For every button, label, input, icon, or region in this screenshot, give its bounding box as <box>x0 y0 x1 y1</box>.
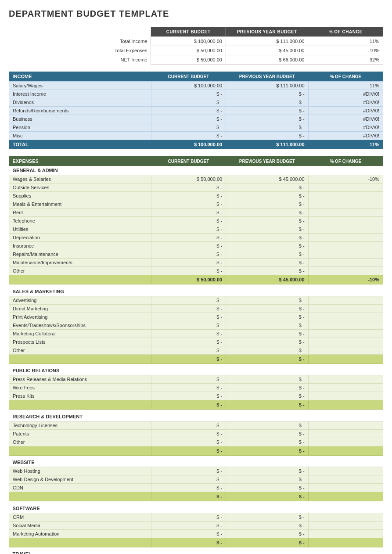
expense-row-label: CRM <box>9 513 151 521</box>
expense-row-previous: $ - <box>226 225 308 234</box>
income-row-previous: $ - <box>226 115 308 123</box>
expense-row-current: $ - <box>151 429 226 438</box>
expenses-col3: % OF CHANGE <box>308 156 383 166</box>
income-row-change: 11% <box>308 82 383 90</box>
income-row-label: Interest Income <box>9 90 151 98</box>
expense-row-previous: $ - <box>226 267 308 275</box>
expense-row-previous: $ - <box>226 384 308 392</box>
expense-row-change <box>308 250 383 259</box>
expense-row-label: Telephone <box>9 217 151 225</box>
expense-row-current: $ - <box>151 475 226 484</box>
expense-row-change <box>308 234 383 242</box>
expense-row-change <box>308 200 383 209</box>
expense-row-label: Direct Marketing <box>9 304 151 313</box>
income-row-label: Salary/Wages <box>9 82 151 90</box>
expense-subtotal-change: -10% <box>308 275 383 284</box>
income-row: Pension $ - $ - #DIV/0! <box>9 123 383 132</box>
income-row-change: #DIV/0! <box>308 107 383 115</box>
expense-subtotal-previous: $ - <box>226 492 308 501</box>
expense-row-label: Other <box>9 267 151 275</box>
expenses-table: EXPENSES CURRENT BUDGET PREVIOUS YEAR BU… <box>9 156 383 554</box>
expense-subtotal-previous: $ 45,000.00 <box>226 275 308 284</box>
income-row-change: #DIV/0! <box>308 98 383 107</box>
expense-row-previous: $ - <box>226 259 308 267</box>
expenses-subsection-header: PUBLIC RELATIONS <box>9 366 383 375</box>
expenses-section-label: EXPENSES <box>9 156 151 166</box>
expense-row: Telephone $ - $ - <box>9 217 383 225</box>
income-row: Salary/Wages $ 100,000.00 $ 111,000.00 1… <box>9 82 383 90</box>
expense-row: Technology Licenses $ - $ - <box>9 421 383 429</box>
expense-row-previous: $ - <box>226 392 308 400</box>
expense-row: Other $ - $ - <box>9 346 383 354</box>
expense-row-current: $ - <box>151 234 226 242</box>
expense-row-label: Advertising <box>9 296 151 304</box>
expenses-col2: PREVIOUS YEAR BUDGET <box>226 156 308 166</box>
expense-row-current: $ - <box>151 250 226 259</box>
expenses-subsection-header: SALES & MARKETING <box>9 287 383 296</box>
expense-row-label: Repairs/Maintenance <box>9 250 151 259</box>
summary-col-current: CURRENT BUDGET <box>151 27 226 37</box>
income-total-row: TOTAL $ 100,000.00 $ 111,000.00 11% <box>9 140 383 149</box>
expense-row: Wages & Salaries $ 50,000.00 $ 45,000.00… <box>9 175 383 183</box>
expense-row-current: $ - <box>151 183 226 192</box>
income-row-label: Pension <box>9 123 151 132</box>
expense-row-previous: $ - <box>226 438 308 446</box>
expense-row-label: Depreciation <box>9 234 151 242</box>
summary-row-income: Total Income $ 100,000.00 $ 111,000.00 1… <box>9 37 383 46</box>
expense-row: Supplies $ - $ - <box>9 192 383 200</box>
expense-subtotal-change <box>308 538 383 547</box>
income-row-previous: $ - <box>226 132 308 140</box>
expense-row-current: $ - <box>151 421 226 429</box>
income-row-label: Misc <box>9 132 151 140</box>
expense-row-current: $ - <box>151 467 226 475</box>
expense-row-change <box>308 346 383 354</box>
income-row-change: #DIV/0! <box>308 132 383 140</box>
expense-row-label: Events/Tradeshows/Sponsorships <box>9 321 151 329</box>
expense-row: Repairs/Maintenance $ - $ - <box>9 250 383 259</box>
income-row: Interest Income $ - $ - #DIV/0! <box>9 90 383 98</box>
expense-row-previous: $ - <box>226 217 308 225</box>
expense-row-label: Marketing Collateral <box>9 329 151 338</box>
expense-row-previous: $ - <box>226 183 308 192</box>
expense-row-current: $ - <box>151 313 226 321</box>
income-row: Misc $ - $ - #DIV/0! <box>9 132 383 140</box>
summary-row-net: NET Income $ 50,000.00 $ 66,000.00 32% <box>9 55 383 65</box>
expense-row-previous: $ - <box>226 296 308 304</box>
income-table: INCOME CURRENT BUDGET PREVIOUS YEAR BUDG… <box>9 72 383 149</box>
expense-row-change: -10% <box>308 175 383 183</box>
expense-row-previous: $ - <box>226 529 308 538</box>
expense-row-previous: $ - <box>226 304 308 313</box>
expense-row-current: $ - <box>151 484 226 492</box>
expense-row-current: $ 50,000.00 <box>151 175 226 183</box>
expense-row-label: Press Releases & Media Relations <box>9 375 151 384</box>
expense-row-current: $ - <box>151 438 226 446</box>
expense-subtotal-label <box>9 400 151 410</box>
expense-row-change <box>308 329 383 338</box>
expense-row-current: $ - <box>151 242 226 250</box>
expense-row: Marketing Collateral $ - $ - <box>9 329 383 338</box>
expenses-subsection-header: SOFTWARE <box>9 504 383 513</box>
expense-row: Other $ - $ - <box>9 267 383 275</box>
expense-row-current: $ - <box>151 346 226 354</box>
expense-row-change <box>308 429 383 438</box>
expense-row-current: $ - <box>151 304 226 313</box>
expense-row-label: Wages & Salaries <box>9 175 151 183</box>
expense-row-previous: $ - <box>226 346 308 354</box>
income-section-label: INCOME <box>9 72 151 82</box>
expenses-subsection-header: GENERAL & ADMIN <box>9 166 383 175</box>
expense-row: Advertising $ - $ - <box>9 296 383 304</box>
expense-row-current: $ - <box>151 296 226 304</box>
expense-row-change <box>308 321 383 329</box>
expense-row: CDN $ - $ - <box>9 484 383 492</box>
income-row-label: Business <box>9 115 151 123</box>
expense-row-previous: $ - <box>226 321 308 329</box>
expense-row-previous: $ - <box>226 421 308 429</box>
expense-row-change <box>308 259 383 267</box>
expense-row-label: Prospects Lists <box>9 338 151 346</box>
expenses-col1: CURRENT BUDGET <box>151 156 226 166</box>
expense-row-label: Press Kits <box>9 392 151 400</box>
expenses-subsection-header: WEBSITE <box>9 458 383 467</box>
summary-col-previous: PREVIOUS YEAR BUDGET <box>226 27 308 37</box>
expense-row: Social Media $ - $ - <box>9 521 383 529</box>
expense-subtotal-row: $ 50,000.00 $ 45,000.00 -10% <box>9 275 383 284</box>
